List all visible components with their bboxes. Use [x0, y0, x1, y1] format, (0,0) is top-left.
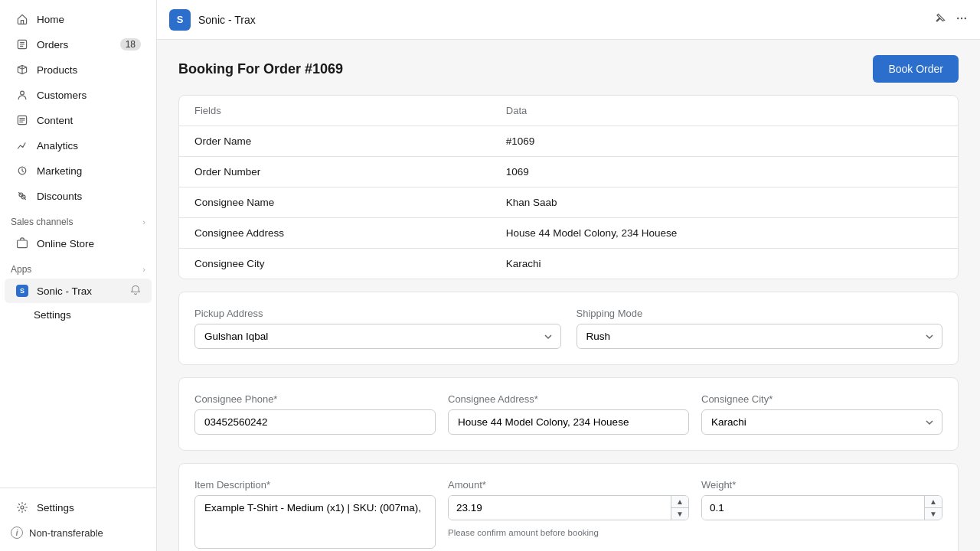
- customers-icon: [15, 88, 29, 102]
- amount-hint: Please confirm amount before booking: [448, 528, 689, 537]
- table-cell-value: 1069: [491, 157, 958, 187]
- info-icon: i: [11, 527, 23, 539]
- sales-channels-chevron-icon: ›: [142, 217, 145, 227]
- consignee-phone-input[interactable]: [194, 409, 436, 435]
- table-cell-value: Karachi: [491, 249, 958, 279]
- apps-chevron-icon: ›: [142, 265, 145, 274]
- sidebar-item-discounts-label: Discounts: [37, 191, 82, 202]
- sidebar-settings-label: Settings: [37, 502, 74, 514]
- sidebar-item-content[interactable]: Content: [5, 108, 152, 132]
- table-cell-field: Order Name: [179, 126, 491, 157]
- sidebar: Home Orders 18 Products Customers: [0, 0, 157, 551]
- pin-icon[interactable]: [934, 12, 946, 28]
- online-store-icon: [15, 236, 29, 250]
- pickup-address-group: Pickup Address Gulshan Iqbal: [194, 308, 561, 349]
- svg-rect-3: [18, 240, 28, 248]
- bell-icon: [130, 285, 141, 298]
- svg-point-7: [965, 17, 966, 18]
- table-cell-field: Consignee Address: [179, 218, 491, 249]
- consignee-details-grid: Consignee Phone* Consignee Address* Cons…: [179, 378, 958, 450]
- consignee-details-card: Consignee Phone* Consignee Address* Cons…: [178, 377, 959, 451]
- sidebar-bottom: Settings i Non-transferable: [0, 487, 156, 551]
- orders-icon: [15, 37, 29, 51]
- sidebar-item-settings-sub[interactable]: Settings: [5, 304, 152, 326]
- item-description-group: Item Description* Example T-Shirt - Medi…: [194, 479, 436, 549]
- content-icon: [15, 113, 29, 127]
- consignee-phone-label: Consignee Phone*: [194, 393, 436, 405]
- consignee-address-input[interactable]: [448, 409, 689, 435]
- sidebar-item-orders[interactable]: Orders 18: [5, 32, 152, 57]
- analytics-icon: [15, 139, 29, 152]
- pickup-shipping-grid: Pickup Address Gulshan Iqbal Shipping Mo…: [179, 292, 958, 364]
- sidebar-item-products[interactable]: Products: [5, 57, 152, 82]
- table-cell-value: House 44 Model Colony, 234 Houese: [491, 218, 958, 249]
- weight-group: Weight* ▲ ▼: [701, 479, 942, 549]
- table-cell-field: Consignee Name: [179, 187, 491, 218]
- sidebar-item-home-label: Home: [37, 14, 64, 25]
- sidebar-item-customers-label: Customers: [37, 90, 87, 101]
- weight-label: Weight*: [701, 479, 942, 491]
- non-transferable-label: Non-transferable: [29, 527, 103, 539]
- marketing-icon: [15, 164, 29, 178]
- weight-input-wrapper: ▲ ▼: [701, 495, 942, 520]
- home-icon: [15, 12, 29, 26]
- amount-input-wrapper: ▲ ▼: [448, 495, 689, 520]
- sidebar-item-customers[interactable]: Customers: [5, 83, 152, 107]
- svg-point-1: [21, 91, 24, 95]
- amount-arrows: ▲ ▼: [671, 496, 688, 520]
- sidebar-item-settings-sub-label: Settings: [34, 309, 71, 321]
- sidebar-nav: Home Orders 18 Products Customers: [0, 0, 156, 487]
- apps-section: Apps ›: [0, 256, 156, 278]
- table-cell-value: Khan Saab: [491, 187, 958, 218]
- main-content: Booking For Order #1069 Book Order Field…: [157, 40, 980, 551]
- consignee-city-group: Consignee City* Karachi: [701, 393, 942, 435]
- topbar-logo: S: [169, 9, 191, 31]
- sidebar-item-sonic-trax-label: Sonic - Trax: [37, 285, 92, 297]
- svg-point-4: [21, 506, 24, 509]
- sidebar-item-content-label: Content: [37, 115, 73, 126]
- table-row: Consignee City Karachi: [179, 249, 958, 279]
- shipping-mode-group: Shipping Mode Rush Normal Overloaded: [577, 308, 943, 349]
- svg-point-6: [961, 17, 962, 18]
- order-info-card: Fields Data Order Name #1069 Order Numbe…: [178, 95, 959, 279]
- page-title: Booking For Order #1069: [178, 61, 343, 77]
- topbar-title: Sonic - Trax: [198, 14, 256, 26]
- weight-input[interactable]: [702, 496, 924, 520]
- shipping-mode-label: Shipping Mode: [577, 308, 943, 319]
- table-header-fields: Fields: [179, 96, 491, 126]
- amount-down-button[interactable]: ▼: [671, 508, 688, 520]
- sidebar-item-discounts[interactable]: Discounts: [5, 184, 152, 208]
- topbar: S Sonic - Trax: [157, 0, 980, 40]
- weight-up-button[interactable]: ▲: [925, 496, 942, 508]
- sidebar-item-home[interactable]: Home: [5, 7, 152, 31]
- item-description-label: Item Description*: [194, 479, 436, 491]
- amount-input[interactable]: [449, 496, 671, 520]
- table-row: Order Number 1069: [179, 157, 958, 187]
- book-order-button[interactable]: Book Order: [873, 55, 959, 83]
- table-row: Consignee Address House 44 Model Colony,…: [179, 218, 958, 249]
- content-area: Fields Data Order Name #1069 Order Numbe…: [157, 95, 980, 551]
- sidebar-item-online-store[interactable]: Online Store: [5, 231, 152, 256]
- table-row: Order Name #1069: [179, 126, 958, 157]
- sidebar-item-settings[interactable]: Settings: [5, 495, 152, 520]
- discounts-icon: [15, 189, 29, 203]
- sidebar-item-analytics-label: Analytics: [37, 140, 78, 152]
- pickup-shipping-card: Pickup Address Gulshan Iqbal Shipping Mo…: [178, 292, 959, 365]
- table-cell-field: Consignee City: [179, 249, 491, 279]
- item-description-textarea[interactable]: Example T-Shirt - Medium (x1) | SKU: (00…: [194, 495, 436, 549]
- weight-down-button[interactable]: ▼: [925, 508, 942, 520]
- consignee-city-select[interactable]: Karachi: [701, 409, 942, 435]
- consignee-phone-group: Consignee Phone*: [194, 393, 436, 435]
- more-options-icon[interactable]: [956, 12, 968, 28]
- table-cell-field: Order Number: [179, 157, 491, 187]
- shipping-mode-select[interactable]: Rush Normal Overloaded: [577, 324, 943, 349]
- pickup-address-label: Pickup Address: [194, 308, 561, 319]
- pickup-address-select[interactable]: Gulshan Iqbal: [194, 324, 561, 349]
- sidebar-item-marketing[interactable]: Marketing: [5, 158, 152, 183]
- sidebar-item-sonic-trax[interactable]: S Sonic - Trax: [5, 279, 152, 303]
- item-description-grid: Item Description* Example T-Shirt - Medi…: [179, 464, 958, 551]
- sidebar-item-analytics[interactable]: Analytics: [5, 133, 152, 158]
- amount-up-button[interactable]: ▲: [671, 496, 688, 508]
- non-transferable-item: i Non-transferable: [0, 520, 156, 545]
- table-header-data: Data: [491, 96, 958, 126]
